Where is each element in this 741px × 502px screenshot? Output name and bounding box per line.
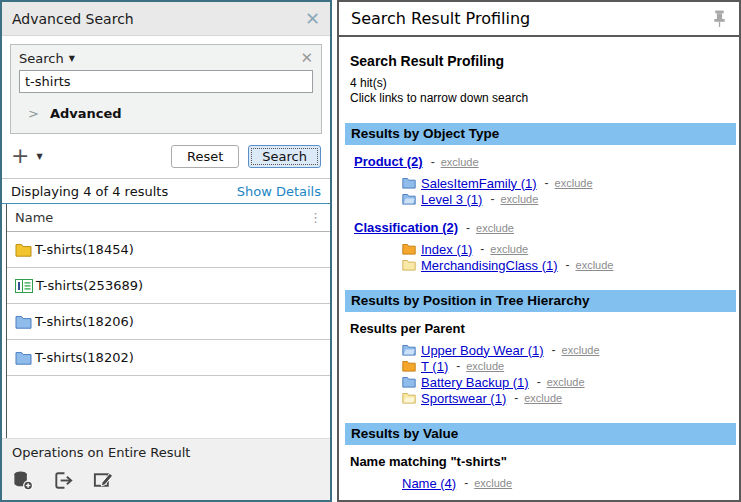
advanced-label: Advanced bbox=[50, 106, 122, 121]
profiling-link[interactable]: Battery Backup (1) bbox=[421, 375, 529, 390]
close-icon[interactable]: ✕ bbox=[305, 10, 320, 28]
exclude-link[interactable]: exclude bbox=[576, 259, 614, 271]
hit-count: 4 hit(s) bbox=[350, 76, 735, 91]
exclude-link[interactable]: exclude bbox=[490, 243, 528, 255]
dash-separator: - bbox=[552, 343, 556, 357]
child-row: Upper Body Wear (1) - exclude bbox=[402, 342, 735, 358]
search-criteria-box: Search ▼ ✕ > Advanced bbox=[10, 44, 322, 134]
child-row: Name (4) - exclude bbox=[402, 475, 735, 491]
folder-blue-open-icon bbox=[402, 344, 416, 356]
profiling-link[interactable]: Classification (2) bbox=[354, 220, 458, 235]
profiling-link[interactable]: Level 3 (1) bbox=[421, 192, 482, 207]
child-row: SalesItemFamily (1) - exclude bbox=[402, 175, 735, 191]
group-row: Product (2) - exclude bbox=[354, 154, 735, 169]
child-row: Level 3 (1) - exclude bbox=[402, 191, 735, 207]
dash-separator: - bbox=[466, 221, 470, 235]
search-type-dropdown[interactable]: Search bbox=[19, 51, 64, 66]
add-criterion-caret-icon[interactable]: ▼ bbox=[36, 152, 42, 161]
column-menu-icon[interactable]: ⋮ bbox=[309, 211, 322, 224]
profiling-link[interactable]: SalesItemFamily (1) bbox=[421, 176, 537, 191]
profiling-link[interactable]: MerchandisingClass (1) bbox=[421, 258, 558, 273]
exclude-link[interactable]: exclude bbox=[441, 156, 479, 168]
folder-blue-icon bbox=[15, 315, 32, 329]
name-matching-heading: Name matching "t-shirts" bbox=[350, 454, 735, 469]
advanced-toggle[interactable]: > Advanced bbox=[19, 106, 313, 121]
section-header-value: Results by Value bbox=[345, 423, 736, 445]
child-row: Index (1) - exclude bbox=[402, 241, 735, 257]
dash-separator: - bbox=[566, 258, 570, 272]
child-row: T (1) - exclude bbox=[402, 358, 735, 374]
child-row: MerchandisingClass (1) - exclude bbox=[402, 257, 735, 273]
folder-orange-icon bbox=[402, 360, 416, 372]
exclude-link[interactable]: exclude bbox=[524, 392, 562, 404]
exclude-link[interactable]: exclude bbox=[555, 177, 593, 189]
panel-title: Advanced Search bbox=[12, 11, 134, 27]
result-row[interactable]: T-shirts(253689) bbox=[7, 268, 330, 304]
dash-separator: - bbox=[464, 476, 468, 490]
search-input[interactable] bbox=[19, 70, 313, 93]
results-empty-area bbox=[7, 376, 330, 438]
profiling-link[interactable]: Product (2) bbox=[354, 154, 423, 169]
add-criterion-button[interactable]: + bbox=[11, 145, 29, 167]
result-row[interactable]: T-shirts(18206) bbox=[7, 304, 330, 340]
section-header-tree-hierarchy: Results by Position in Tree Hierarchy bbox=[345, 290, 736, 312]
folder-pale-yellow-icon bbox=[402, 259, 416, 271]
folder-blue-icon bbox=[402, 177, 416, 189]
group-row: Classification (2) - exclude bbox=[354, 220, 735, 235]
result-label: T-shirts(18202) bbox=[35, 350, 134, 365]
dash-separator: - bbox=[480, 242, 484, 256]
profiling-titlebar: Search Result Profiling bbox=[339, 2, 739, 37]
chevron-right-icon: > bbox=[28, 106, 39, 121]
folder-blue-open-icon bbox=[402, 193, 416, 205]
advanced-search-titlebar: Advanced Search ✕ bbox=[2, 2, 330, 36]
exclude-link[interactable]: exclude bbox=[476, 222, 514, 234]
operations-title: Operations on Entire Result bbox=[2, 439, 330, 465]
exclude-link[interactable]: exclude bbox=[547, 376, 585, 388]
profiling-link[interactable]: Name (4) bbox=[402, 476, 456, 491]
item-green-icon bbox=[15, 279, 33, 293]
edit-result-icon[interactable] bbox=[92, 469, 115, 492]
folder-blue-icon bbox=[15, 351, 32, 365]
child-row: Sportswear (1) - exclude bbox=[402, 390, 735, 406]
result-row[interactable]: T-shirts(18202) bbox=[7, 340, 330, 376]
chevron-down-icon[interactable]: ▼ bbox=[69, 54, 75, 63]
result-row[interactable]: T-shirts(18454) bbox=[7, 232, 330, 268]
child-row: Battery Backup (1) - exclude bbox=[402, 374, 735, 390]
profiling-link[interactable]: Index (1) bbox=[421, 242, 472, 257]
dash-separator: - bbox=[431, 155, 435, 169]
exclude-link[interactable]: exclude bbox=[562, 344, 600, 356]
result-label: T-shirts(253689) bbox=[36, 278, 143, 293]
folder-orange-icon bbox=[402, 243, 416, 255]
clear-criterion-icon[interactable]: ✕ bbox=[300, 51, 313, 66]
reset-button[interactable]: Reset bbox=[171, 145, 239, 168]
dash-separator: - bbox=[545, 176, 549, 190]
table-header: Name ⋮ bbox=[7, 204, 330, 232]
exclude-link[interactable]: exclude bbox=[466, 360, 504, 372]
results-count-text: Displaying 4 of 4 results bbox=[11, 184, 168, 199]
folder-pale-yellow-open-icon bbox=[402, 392, 416, 404]
profiling-link[interactable]: Sportswear (1) bbox=[421, 391, 506, 406]
operations-section: Operations on Entire Result bbox=[2, 438, 330, 500]
profiling-heading: Search Result Profiling bbox=[350, 53, 735, 69]
advanced-search-panel: Advanced Search ✕ Search ▼ ✕ > Advanced … bbox=[0, 0, 332, 502]
dash-separator: - bbox=[456, 359, 460, 373]
result-label: T-shirts(18454) bbox=[35, 242, 134, 257]
pushpin-icon[interactable] bbox=[712, 9, 727, 29]
results-table: Name ⋮ T-shirts(18454) T-shirts(253689) bbox=[6, 204, 330, 438]
profiling-content: Search Result Profiling 4 hit(s) Click l… bbox=[339, 37, 739, 500]
exclude-link[interactable]: exclude bbox=[500, 193, 538, 205]
results-per-parent-heading: Results per Parent bbox=[350, 321, 735, 336]
exclude-link[interactable]: exclude bbox=[474, 477, 512, 489]
profiling-link[interactable]: T (1) bbox=[421, 359, 448, 374]
search-toolbar: + ▼ Reset Search bbox=[2, 134, 330, 178]
export-result-icon[interactable] bbox=[52, 469, 75, 492]
dash-separator: - bbox=[490, 192, 494, 206]
add-result-to-database-icon[interactable] bbox=[12, 469, 35, 492]
search-result-profiling-panel: Search Result Profiling Search Result Pr… bbox=[337, 0, 741, 502]
search-button[interactable]: Search bbox=[248, 145, 321, 168]
show-details-link[interactable]: Show Details bbox=[237, 184, 321, 199]
folder-blue-icon bbox=[402, 376, 416, 388]
name-column-header[interactable]: Name bbox=[15, 210, 53, 225]
dash-separator: - bbox=[514, 391, 518, 405]
profiling-link[interactable]: Upper Body Wear (1) bbox=[421, 343, 544, 358]
